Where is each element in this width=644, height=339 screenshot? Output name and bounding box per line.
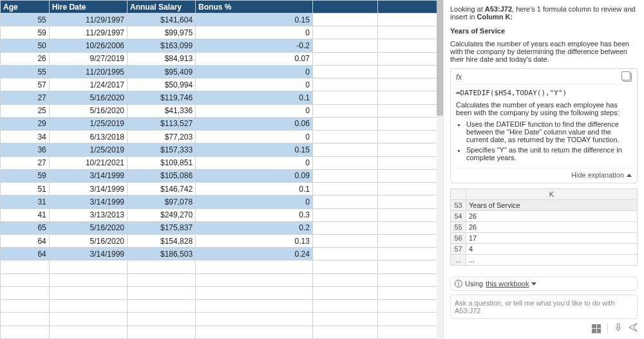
table-row[interactable]: 255/16/2020$41,3360: [1, 104, 443, 117]
cell-empty[interactable]: [1, 313, 50, 325]
cell-empty[interactable]: [377, 313, 442, 325]
table-row[interactable]: 645/16/2020$154,8280.13: [1, 234, 443, 247]
cell-empty[interactable]: [1, 261, 50, 273]
cell-salary[interactable]: $77,203: [128, 131, 196, 143]
cell-empty[interactable]: [377, 26, 442, 39]
cell-empty[interactable]: [1, 300, 50, 313]
cell-age[interactable]: 29: [1, 117, 50, 130]
cell-hire[interactable]: 11/29/1997: [49, 26, 127, 39]
cell-empty[interactable]: [312, 117, 377, 130]
cell-empty[interactable]: [377, 286, 442, 299]
table-row-empty[interactable]: [1, 313, 443, 325]
cell-empty[interactable]: [312, 52, 377, 65]
send-icon[interactable]: [629, 323, 638, 334]
cell-hire[interactable]: 1/24/2017: [49, 78, 127, 91]
cell-empty[interactable]: [196, 300, 313, 313]
table-row-empty[interactable]: [1, 273, 443, 286]
col-header-blank2[interactable]: [377, 1, 442, 14]
cell-hire[interactable]: 5/16/2020: [49, 234, 127, 247]
cell-bonus[interactable]: 0: [196, 26, 313, 39]
cell-age[interactable]: 51: [1, 183, 50, 196]
cell-salary[interactable]: $175,837: [128, 221, 196, 234]
cell-empty[interactable]: [377, 117, 442, 130]
cell-bonus[interactable]: 0: [196, 196, 313, 208]
cell-empty[interactable]: [312, 286, 377, 299]
cell-salary[interactable]: $95,409: [128, 65, 196, 78]
table-row[interactable]: 361/25/2019$157,3330.15: [1, 143, 443, 156]
cell-bonus[interactable]: -0.2: [196, 39, 313, 52]
cell-hire[interactable]: 3/14/1999: [49, 183, 127, 196]
cell-salary[interactable]: $50,994: [128, 78, 196, 91]
cell-bonus[interactable]: 0: [196, 104, 313, 117]
copy-icon[interactable]: [623, 73, 632, 82]
table-row[interactable]: 2710/21/2021$109,8510: [1, 156, 443, 169]
cell-empty[interactable]: [1, 286, 50, 299]
cell-empty[interactable]: [377, 14, 442, 26]
cell-empty[interactable]: [377, 261, 442, 273]
cell-hire[interactable]: 3/13/2013: [49, 208, 127, 221]
cell-empty[interactable]: [312, 183, 377, 196]
cell-bonus[interactable]: 0.1: [196, 91, 313, 104]
cell-hire[interactable]: 3/14/1999: [49, 196, 127, 208]
cell-bonus[interactable]: 0: [196, 65, 313, 78]
table-row[interactable]: 313/14/1999$97,0780: [1, 196, 443, 208]
table-row[interactable]: 413/13/2013$249,2700.3: [1, 208, 443, 221]
cell-empty[interactable]: [377, 78, 442, 91]
cell-empty[interactable]: [312, 313, 377, 325]
cell-bonus[interactable]: 0.2: [196, 221, 313, 234]
context-pill[interactable]: i Using this workbook: [450, 277, 638, 291]
cell-empty[interactable]: [1, 273, 50, 286]
cell-age[interactable]: 57: [1, 78, 50, 91]
cell-age[interactable]: 59: [1, 26, 50, 39]
cell-bonus[interactable]: 0.1: [196, 183, 313, 196]
cell-hire[interactable]: 1/25/2019: [49, 117, 127, 130]
cell-empty[interactable]: [377, 91, 442, 104]
cell-empty[interactable]: [377, 169, 442, 182]
col-header-salary[interactable]: Annual Salary: [128, 1, 196, 14]
cell-salary[interactable]: $141,604: [128, 14, 196, 26]
cell-empty[interactable]: [49, 313, 127, 325]
cell-empty[interactable]: [312, 208, 377, 221]
cell-empty[interactable]: [312, 26, 377, 39]
table-row[interactable]: 513/14/1999$146,7420.1: [1, 183, 443, 196]
cell-empty[interactable]: [1, 325, 50, 338]
cell-salary[interactable]: $146,742: [128, 183, 196, 196]
table-row[interactable]: 593/14/1999$105,0860.09: [1, 169, 443, 182]
cell-bonus[interactable]: 0.3: [196, 208, 313, 221]
cell-hire[interactable]: 1/25/2019: [49, 143, 127, 156]
formula-text[interactable]: =DATEDIF($H54,TODAY(),"Y"): [456, 89, 632, 97]
col-header-bonus[interactable]: Bonus %: [196, 1, 313, 14]
cell-empty[interactable]: [377, 131, 442, 143]
cell-empty[interactable]: [312, 131, 377, 143]
table-row[interactable]: 291/25/2019$113,5270.06: [1, 117, 443, 130]
cell-hire[interactable]: 3/14/1999: [49, 169, 127, 182]
ask-input[interactable]: Ask a question, or tell me what you'd li…: [450, 295, 638, 319]
data-table[interactable]: Age Hire Date Annual Salary Bonus % 5511…: [0, 0, 443, 339]
table-row-empty[interactable]: [1, 286, 443, 299]
table-row[interactable]: 571/24/2017$50,9940: [1, 78, 443, 91]
cell-empty[interactable]: [128, 300, 196, 313]
cell-salary[interactable]: $163,099: [128, 39, 196, 52]
cell-empty[interactable]: [128, 286, 196, 299]
table-row[interactable]: 655/16/2020$175,8370.2: [1, 221, 443, 234]
cell-age[interactable]: 25: [1, 104, 50, 117]
cell-hire[interactable]: 3/14/1999: [49, 248, 127, 261]
cell-bonus[interactable]: 0: [196, 156, 313, 169]
cell-bonus[interactable]: 0.07: [196, 52, 313, 65]
cell-salary[interactable]: $105,086: [128, 169, 196, 182]
cell-salary[interactable]: $186,503: [128, 248, 196, 261]
cell-empty[interactable]: [128, 261, 196, 273]
cell-age[interactable]: 36: [1, 143, 50, 156]
cell-bonus[interactable]: 0: [196, 131, 313, 143]
vertical-scrollbar[interactable]: [437, 0, 443, 339]
cell-empty[interactable]: [312, 300, 377, 313]
scrollbar-thumb[interactable]: [437, 0, 443, 116]
table-row[interactable]: 5511/29/1997$141,6040.15: [1, 14, 443, 26]
cell-empty[interactable]: [196, 273, 313, 286]
table-row[interactable]: 269/27/2019$84,9130.07: [1, 52, 443, 65]
cell-age[interactable]: 26: [1, 52, 50, 65]
cell-age[interactable]: 31: [1, 196, 50, 208]
cell-empty[interactable]: [377, 273, 442, 286]
cell-salary[interactable]: $249,270: [128, 208, 196, 221]
cell-bonus[interactable]: 0.15: [196, 14, 313, 26]
